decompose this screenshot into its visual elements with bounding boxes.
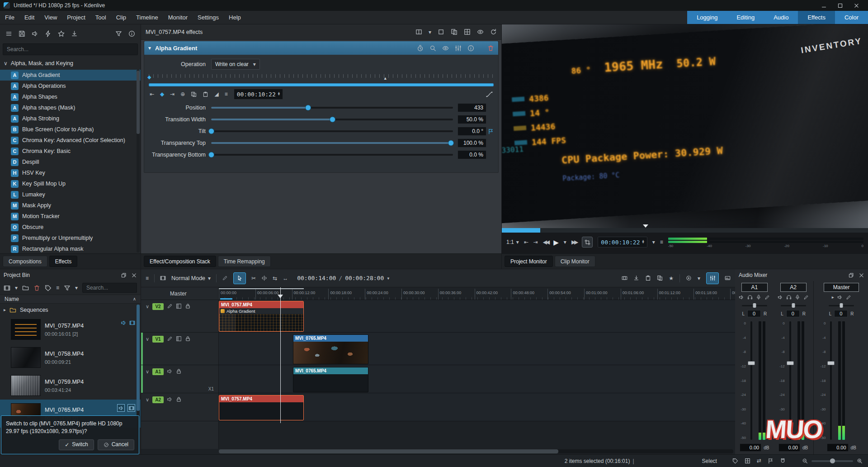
panel-tab[interactable]: Effects xyxy=(49,256,77,267)
cancel-button[interactable]: Cancel xyxy=(98,439,134,450)
zone-start-icon[interactable]: ⇤ xyxy=(524,239,528,245)
view-options-icon[interactable]: ≡ xyxy=(56,285,59,291)
center-keyframe-icon[interactable]: ⊕ xyxy=(180,91,185,97)
undock-icon[interactable] xyxy=(121,272,127,278)
bolt-icon[interactable] xyxy=(45,30,52,37)
timeline-ruler[interactable]: 00:00:0000:00:06:0000:00:12:0000:00:18:0… xyxy=(219,287,735,300)
effect-list-item[interactable]: R Rectangular Alpha mask xyxy=(0,243,141,253)
pan-slider[interactable] xyxy=(829,303,854,308)
split-compare-icon[interactable] xyxy=(415,29,422,35)
monitor-zoom-dropdown[interactable]: 1:1 ▾ xyxy=(506,239,519,245)
panel-tab[interactable]: Clip Monitor xyxy=(555,256,595,267)
collapse-chevron-icon[interactable]: ∨ xyxy=(146,368,149,375)
solo-icon[interactable] xyxy=(747,295,753,300)
eye-icon[interactable] xyxy=(477,29,484,35)
effect-list-item[interactable]: A Alpha Shapes xyxy=(0,91,141,102)
effect-list-item[interactable]: A Alpha shapes (Mask) xyxy=(0,102,141,113)
next-keyframe-icon[interactable]: ⇥ xyxy=(170,91,175,97)
copy-effect-icon[interactable] xyxy=(451,29,458,35)
menu-item[interactable]: Monitor xyxy=(163,11,193,24)
timeline-zone-bar[interactable] xyxy=(219,288,304,289)
transparency-bottom-value[interactable]: 0.0 % xyxy=(458,150,486,159)
panel-tab[interactable]: Effect/Composition Stack xyxy=(144,256,216,267)
add-keyframe-icon[interactable]: ◆ xyxy=(160,91,164,97)
lock-icon[interactable] xyxy=(176,368,182,374)
maximize-button[interactable] xyxy=(832,0,848,10)
record-icon[interactable] xyxy=(795,295,800,300)
chevron-down-icon[interactable]: ▾ xyxy=(15,285,18,291)
effect-header[interactable]: ▾ Alpha Gradient xyxy=(144,41,498,55)
project-monitor-video[interactable]: 86 ° 1965 MHz 50.2 W 4386 14 ° 14436 144… xyxy=(502,24,868,228)
chevron-down-icon[interactable]: ▾ xyxy=(652,239,655,245)
keyframe-ruler[interactable]: ◆ ▲ xyxy=(149,73,494,82)
transparency-top-value[interactable]: 100.0 % xyxy=(458,138,486,148)
presets-icon[interactable] xyxy=(455,45,462,52)
mixer-toggle-button[interactable] xyxy=(706,272,719,284)
minimize-button[interactable] xyxy=(816,0,832,10)
audio-icon[interactable] xyxy=(121,320,127,326)
audio-thumbnails-icon[interactable]: ⇄ xyxy=(757,458,761,464)
expander-icon[interactable]: ▸ xyxy=(4,308,6,312)
close-button[interactable] xyxy=(848,0,864,10)
transition-width-slider[interactable] xyxy=(211,116,453,123)
bin-clip-row[interactable]: MVI_0758.MP4 00:00:09:21 xyxy=(0,343,141,372)
pencil-icon[interactable] xyxy=(222,275,228,281)
effect-list-item[interactable]: A Alpha Operations xyxy=(0,81,141,91)
play-icon[interactable]: ▶ xyxy=(553,239,559,246)
timeline-menu-icon[interactable]: ≡ xyxy=(146,276,149,281)
pan-value[interactable]: 0 xyxy=(747,310,761,317)
bin-folder-row[interactable]: ▸ Sequences xyxy=(0,305,141,315)
spacer-tool-icon[interactable] xyxy=(261,275,267,281)
collapse-chevron-icon[interactable]: ∨ xyxy=(146,396,149,403)
overwrite-zone-icon[interactable] xyxy=(645,275,651,281)
effect-list-item[interactable]: L Lumakey xyxy=(0,189,141,200)
effect-list-item[interactable]: A Alpha Gradient xyxy=(0,70,141,81)
pencil-icon[interactable] xyxy=(167,303,173,309)
play-options-chevron-icon[interactable]: ▾ xyxy=(564,239,566,245)
transparency-bottom-slider[interactable] xyxy=(211,151,453,158)
star-icon[interactable] xyxy=(58,30,65,37)
fader-handle[interactable] xyxy=(787,361,794,365)
pan-value[interactable]: 0 xyxy=(786,310,800,317)
zone-mode-button[interactable] xyxy=(582,237,593,248)
flag-icon[interactable] xyxy=(768,458,774,464)
audio-icon[interactable] xyxy=(117,404,125,412)
ripple-tool-icon[interactable]: ↔ xyxy=(283,276,288,281)
info-icon[interactable] xyxy=(467,45,474,52)
record-icon[interactable] xyxy=(756,295,761,300)
monitor-menu-icon[interactable]: ≡ xyxy=(660,239,663,245)
pan-slider[interactable] xyxy=(781,303,806,308)
effect-list-item[interactable]: H HSV Key xyxy=(0,167,141,178)
timeline-timecodes[interactable]: 00:00:14:00 / 00:00:28:00 ▾ xyxy=(297,275,390,281)
snap-magnet-icon[interactable] xyxy=(780,458,786,464)
effect-list-item[interactable]: C Chroma Key: Advanced (Color Selection) xyxy=(0,135,141,146)
rewind-icon[interactable]: ◀◀ xyxy=(543,239,548,245)
workspace-tab[interactable]: Effects xyxy=(798,11,835,24)
mix-clips-icon[interactable] xyxy=(622,275,627,281)
favorite-effects-icon[interactable]: ★ xyxy=(669,276,674,281)
menu-icon[interactable] xyxy=(5,30,12,37)
forward-icon[interactable]: ▶▶ xyxy=(571,239,577,245)
zoom-in-icon[interactable] xyxy=(857,458,863,464)
track-badge[interactable]: V2 xyxy=(152,303,164,310)
keyframe-timecode[interactable]: 00:00:10:22 ▲▼ xyxy=(234,89,283,100)
pan-slider[interactable] xyxy=(742,303,767,308)
mute-icon[interactable] xyxy=(778,295,783,300)
keyframe-diamond-icon[interactable]: ◆ xyxy=(147,75,151,80)
lock-icon[interactable] xyxy=(185,303,191,309)
effect-list-item[interactable]: P Premultiply or Unpremultiply xyxy=(0,233,141,243)
paste-keyframes-icon[interactable] xyxy=(203,91,208,97)
spinner-arrows-icon[interactable]: ▲▼ xyxy=(642,240,644,244)
track-badge[interactable]: A2 xyxy=(152,396,164,403)
zone-icon[interactable] xyxy=(438,29,444,35)
menu-item[interactable]: Settings xyxy=(193,11,224,24)
speaker-icon[interactable] xyxy=(32,30,38,37)
undock-icon[interactable] xyxy=(848,272,854,278)
bin-clip-row[interactable]: MVI_0757.MP4 00:00:16:01 [2] xyxy=(0,315,141,343)
close-icon[interactable] xyxy=(859,272,864,278)
slip-tool-icon[interactable]: ⇆ xyxy=(273,276,277,281)
add-clip-icon[interactable] xyxy=(4,285,10,291)
mute-icon[interactable] xyxy=(837,295,843,300)
track-header-v1[interactable]: ∨ V1 xyxy=(141,333,218,365)
db-value[interactable]: 0.00 xyxy=(827,443,849,452)
